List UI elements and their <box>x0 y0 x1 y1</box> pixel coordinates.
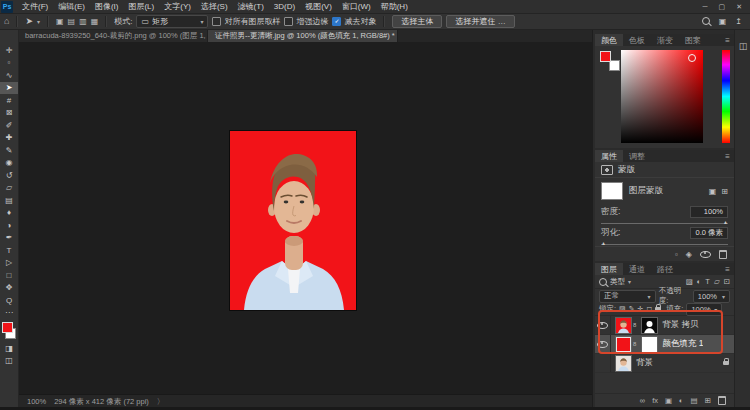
tab-channels[interactable]: 通道 <box>623 263 651 275</box>
add-mask-icon[interactable]: ▣ <box>665 396 672 405</box>
filter-shape-layers-icon[interactable]: ▱ <box>714 277 720 286</box>
enhance-edge-checkbox[interactable] <box>284 17 293 26</box>
subtract-object-option[interactable]: ✓ 减去对象 <box>332 16 376 27</box>
tab-gradients[interactable]: 渐变 <box>651 34 679 46</box>
new-group-icon[interactable]: ▤ <box>691 396 698 405</box>
tab-paths[interactable]: 路径 <box>651 263 679 275</box>
link-layers-icon[interactable]: ∞ <box>640 396 645 405</box>
feather-value[interactable]: 0.0 像素 <box>690 227 728 239</box>
lock-artboard-icon[interactable]: ◻ <box>646 305 652 313</box>
layer-thumbnail[interactable] <box>615 355 632 372</box>
layer-mask-thumbnail[interactable] <box>641 317 658 334</box>
tab-adjustments[interactable]: 调整 <box>623 150 651 162</box>
menu-type[interactable]: 文字(Y) <box>159 1 196 12</box>
filter-type-label[interactable]: 类型 <box>610 277 625 287</box>
current-tool-icon[interactable]: ➤ <box>25 17 33 26</box>
menu-window[interactable]: 窗口(W) <box>337 1 376 12</box>
close-button[interactable]: ✕ <box>736 3 742 11</box>
mask-link-icon[interactable]: 8 <box>633 322 636 328</box>
select-and-mask-button[interactable]: 选择并遮住 … <box>446 15 514 28</box>
adjustment-layer-icon[interactable]: ◐ <box>679 396 684 405</box>
blur-tool[interactable]: ♦ <box>0 207 18 220</box>
lock-pixels-icon[interactable]: ✎ <box>629 305 635 313</box>
foreground-color-swatch[interactable] <box>2 322 13 333</box>
select-subject-button[interactable]: 选择主体 <box>392 15 442 28</box>
zoom-level[interactable]: 100% <box>27 397 46 406</box>
color-picker-ring-icon[interactable] <box>688 54 696 62</box>
crop-tool[interactable]: # <box>0 94 18 107</box>
filter-type-layers-icon[interactable]: T <box>705 277 710 286</box>
panel-menu-icon[interactable]: ≡ <box>725 36 730 45</box>
intersect-selection-icon[interactable]: ▦ <box>91 17 99 26</box>
foreground-background-swatches[interactable] <box>2 322 16 339</box>
clone-stamp-tool[interactable]: ◉ <box>0 157 18 170</box>
search-icon[interactable] <box>702 17 710 25</box>
tab-properties[interactable]: 属性 <box>595 150 623 162</box>
pen-tool[interactable]: ✒ <box>0 232 18 245</box>
tab-patterns[interactable]: 图案 <box>679 34 707 46</box>
layer-mask-thumbnail[interactable] <box>641 336 658 353</box>
zoom-tool[interactable]: Q <box>0 294 18 307</box>
type-tool[interactable]: T <box>0 244 18 257</box>
marquee-tool[interactable]: ▫ <box>0 57 18 70</box>
filter-smart-objects-icon[interactable]: ⊡ <box>724 277 730 286</box>
move-tool[interactable]: ✛ <box>0 44 18 57</box>
maximize-button[interactable]: ▢ <box>719 3 726 11</box>
color-fill-thumbnail[interactable] <box>615 336 632 353</box>
eye-icon[interactable] <box>597 341 608 348</box>
lock-transparency-icon[interactable]: ▨ <box>619 305 626 313</box>
workspace-switcher-icon[interactable]: ▣ <box>719 17 727 26</box>
subtract-object-checkbox[interactable]: ✓ <box>332 17 341 26</box>
hue-slider[interactable] <box>722 50 730 143</box>
shape-tool[interactable]: □ <box>0 269 18 282</box>
sample-all-layers-option[interactable]: 对所有图层取样 <box>212 16 280 27</box>
layer-name[interactable]: 背景 <box>636 357 653 369</box>
hand-tool[interactable]: ✥ <box>0 282 18 295</box>
canvas-area[interactable] <box>18 42 592 394</box>
menu-file[interactable]: 文件(F) <box>17 1 53 12</box>
lasso-tool[interactable]: ∿ <box>0 69 18 82</box>
add-selection-icon[interactable]: ▤ <box>68 17 76 26</box>
libraries-panel-icon[interactable]: ◫ <box>739 41 748 410</box>
new-selection-icon[interactable]: ▣ <box>56 17 64 26</box>
menu-layer[interactable]: 图层(L) <box>123 1 159 12</box>
slider-handle-icon[interactable]: ▲ <box>723 220 728 225</box>
menu-edit[interactable]: 编辑(E) <box>53 1 90 12</box>
status-expand-icon[interactable]: 〉 <box>157 397 165 407</box>
tool-preset-caret-icon[interactable]: ▾ <box>37 18 40 25</box>
layer-name[interactable]: 颜色填充 1 <box>662 338 703 350</box>
tab-swatches[interactable]: 色板 <box>623 34 651 46</box>
home-icon[interactable]: ⌂ <box>4 17 9 26</box>
filter-pixel-layers-icon[interactable]: ▨ <box>686 277 693 286</box>
frame-tool[interactable]: ⊠ <box>0 107 18 120</box>
document-tab-barracuda[interactable]: barracuda-8939250_640-裁剪的.png @ 100% (图层… <box>18 29 208 42</box>
eye-icon[interactable] <box>597 322 608 329</box>
mode-dropdown[interactable]: ▭ 矩形 ▾ <box>136 15 208 28</box>
quick-mask-icon[interactable]: ◨ <box>0 342 18 355</box>
filter-adjustment-layers-icon[interactable]: ◐ <box>697 277 702 286</box>
subtract-selection-icon[interactable]: ▥ <box>79 17 87 26</box>
menu-filter[interactable]: 滤镜(T) <box>233 1 269 12</box>
visibility-cell[interactable] <box>595 335 611 353</box>
document-tab-id-photo[interactable]: 证件照男--更清晰.jpg @ 100% (颜色填充 1, RGB/8#) * … <box>208 29 398 42</box>
menu-image[interactable]: 图像(I) <box>90 1 124 12</box>
tab-layers[interactable]: 图层 <box>595 263 623 275</box>
layer-thumbnail[interactable] <box>615 317 632 334</box>
saturation-brightness-field[interactable] <box>621 50 703 143</box>
minimize-button[interactable]: ─ <box>703 3 708 11</box>
feather-slider[interactable]: ▲ <box>601 244 728 245</box>
layer-mask-thumbnail[interactable] <box>601 182 623 200</box>
panel-menu-icon[interactable]: ≡ <box>725 265 730 274</box>
healing-brush-tool[interactable]: ✚ <box>0 132 18 145</box>
object-selection-tool[interactable]: ➤ <box>0 82 18 95</box>
menu-view[interactable]: 视图(V) <box>300 1 337 12</box>
gradient-tool[interactable]: ▤ <box>0 194 18 207</box>
new-layer-icon[interactable]: ⊞ <box>705 396 711 405</box>
share-icon[interactable]: ↥ <box>735 17 742 26</box>
density-value[interactable]: 100% <box>690 206 728 218</box>
eyedropper-tool[interactable]: ✐ <box>0 119 18 132</box>
mask-selection-icon[interactable]: ▫ <box>675 250 678 259</box>
mask-link-icon[interactable]: 8 <box>633 341 636 347</box>
menu-3d[interactable]: 3D(D) <box>269 2 300 11</box>
visibility-cell[interactable] <box>595 316 611 334</box>
